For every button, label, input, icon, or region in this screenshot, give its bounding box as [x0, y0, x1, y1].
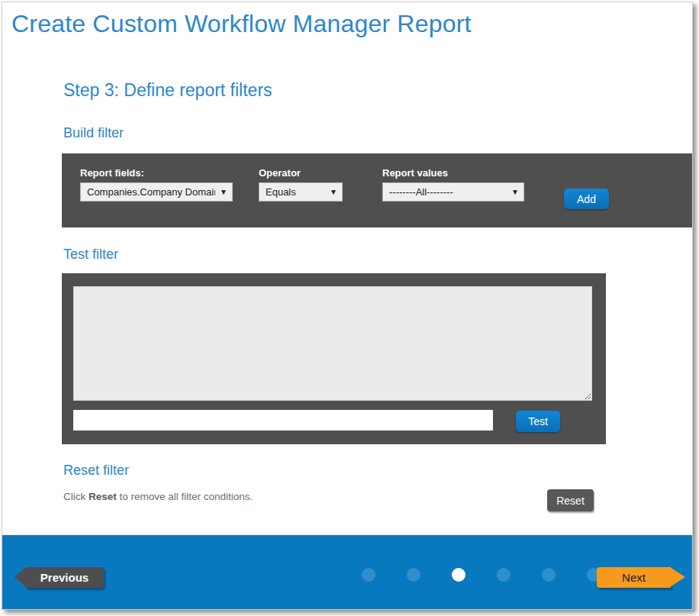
build-filter-panel: Report fields: Companies.Company Domain …	[62, 153, 693, 227]
page-title: Create Custom Workflow Manager Report	[11, 10, 472, 38]
chevron-down-icon: ▼	[220, 188, 227, 196]
test-filter-label: Test filter	[63, 247, 118, 263]
reset-instruction: Click Reset to remove all filter conditi…	[63, 491, 253, 502]
step-dot-3	[452, 568, 465, 582]
operator-field: Operator Equals ▼	[259, 167, 343, 202]
report-values-select[interactable]: --------All-------- ▼	[382, 182, 524, 202]
reset-button[interactable]: Reset	[547, 489, 594, 511]
build-filter-label: Build filter	[63, 125, 124, 141]
chevron-down-icon: ▼	[330, 188, 337, 196]
report-values-label: Report values	[382, 167, 524, 179]
previous-button[interactable]: Previous	[25, 567, 104, 588]
operator-select[interactable]: Equals ▼	[259, 182, 343, 202]
report-fields-select[interactable]: Companies.Company Domain Na ▼	[80, 182, 233, 202]
report-fields-selected-value: Companies.Company Domain Na	[87, 186, 215, 198]
operator-label: Operator	[259, 167, 343, 179]
wizard-navigation-bar: Previous Next	[2, 535, 692, 609]
add-button[interactable]: Add	[564, 189, 609, 209]
test-value-input[interactable]	[73, 410, 493, 431]
step-dots	[362, 568, 601, 582]
step-dot-1	[362, 568, 375, 582]
test-button[interactable]: Test	[516, 411, 560, 432]
reset-instruction-bold: Reset	[89, 491, 117, 502]
step-dot-4	[497, 568, 511, 582]
chevron-down-icon: ▼	[511, 188, 519, 196]
reset-instruction-suffix: to remove all filter conditions.	[117, 491, 253, 502]
filter-conditions-textarea[interactable]	[73, 286, 592, 401]
wizard-page: Create Custom Workflow Manager Report St…	[2, 2, 693, 610]
operator-selected-value: Equals	[266, 186, 296, 198]
step-dot-2	[407, 568, 420, 582]
test-filter-panel: Test	[62, 273, 606, 444]
step-dot-5	[542, 568, 556, 582]
reset-instruction-prefix: Click	[63, 491, 89, 502]
report-values-selected-value: --------All--------	[389, 186, 453, 198]
reset-filter-label: Reset filter	[63, 463, 129, 479]
step-heading: Step 3: Define report filters	[63, 80, 272, 101]
report-values-field: Report values --------All-------- ▼	[382, 167, 524, 202]
next-button[interactable]: Next	[597, 567, 671, 588]
report-fields-label: Report fields:	[80, 167, 233, 179]
report-fields-field: Report fields: Companies.Company Domain …	[80, 167, 233, 202]
